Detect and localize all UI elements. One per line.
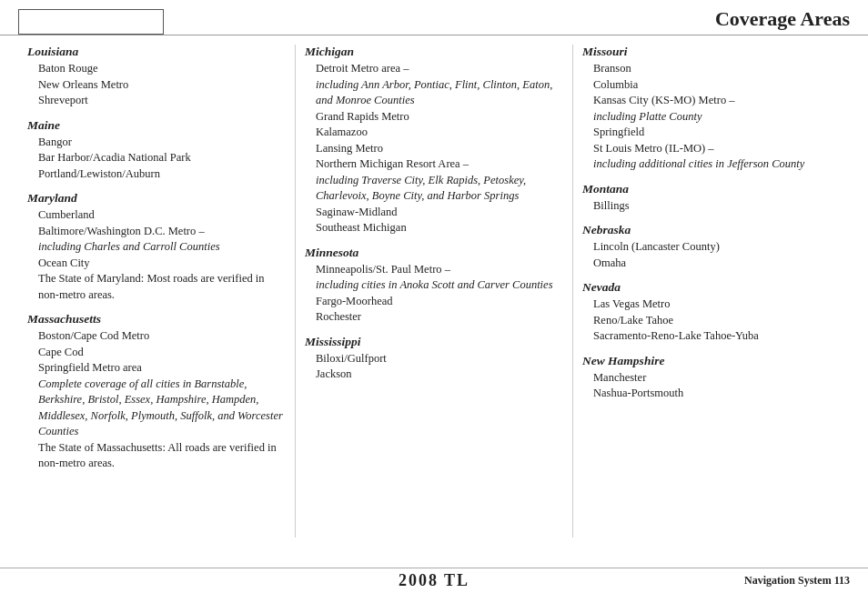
- state-heading-mississippi: Mississippi: [305, 335, 563, 349]
- list-item: including Platte County: [582, 109, 841, 126]
- list-item: including Ann Arbor, Pontiac, Flint, Cli…: [305, 77, 563, 109]
- list-item: The State of Maryland: Most roads are ve…: [27, 271, 286, 303]
- list-item: Kansas City (KS-MO) Metro –: [582, 93, 841, 109]
- list-item: Portland/Lewiston/Auburn: [27, 166, 286, 183]
- footer-center-text: 2008 TL: [399, 571, 469, 590]
- list-item: Shreveport: [27, 93, 286, 109]
- list-item: including Traverse City, Elk Rapids, Pet…: [305, 173, 563, 205]
- list-item: Grand Rapids Metro: [305, 109, 563, 126]
- list-item: Springfield: [582, 125, 841, 141]
- state-heading-new-hampshire: New Hampshire: [582, 354, 841, 368]
- list-item: Complete coverage of all cities in Barns…: [27, 377, 286, 440]
- list-item: Baltimore/Washington D.C. Metro –: [27, 224, 286, 240]
- list-item: Fargo-Moorhead: [305, 294, 563, 310]
- list-item: Billings: [582, 198, 841, 215]
- list-item: New Orleans Metro: [27, 77, 286, 94]
- list-item: Manchester: [582, 370, 841, 387]
- state-heading-nebraska: Nebraska: [582, 223, 841, 237]
- list-item: Reno/Lake Tahoe: [582, 313, 841, 329]
- list-item: including cities in Anoka Scott and Carv…: [305, 277, 563, 294]
- list-item: Baton Rouge: [27, 61, 286, 77]
- list-item: Saginaw-Midland: [305, 205, 563, 221]
- state-heading-louisiana: Louisiana: [27, 45, 286, 59]
- list-item: Omaha: [582, 256, 841, 272]
- state-heading-nevada: Nevada: [582, 280, 841, 295]
- list-item: Bar Harbor/Acadia National Park: [27, 150, 286, 166]
- column-1: LouisianaBaton RougeNew Orleans MetroShr…: [18, 45, 296, 538]
- state-heading-montana: Montana: [582, 182, 841, 196]
- list-item: Jackson: [305, 367, 563, 383]
- list-item: Biloxi/Gulfport: [305, 351, 563, 367]
- column-2: MichiganDetroit Metro area –including An…: [296, 45, 573, 538]
- list-item: Minneapolis/St. Paul Metro –: [305, 262, 563, 278]
- list-item: Columbia: [582, 77, 841, 94]
- column-3: MissouriBransonColumbiaKansas City (KS-M…: [573, 45, 850, 538]
- page-title: Coverage Areas: [715, 7, 850, 31]
- footer-page-number: Navigation System 113: [744, 574, 850, 588]
- list-item: Ocean City: [27, 256, 286, 272]
- list-item: including Charles and Carroll Counties: [27, 239, 286, 256]
- state-heading-massachusetts: Massachusetts: [27, 312, 286, 327]
- list-item: Detroit Metro area –: [305, 61, 563, 77]
- state-heading-missouri: Missouri: [582, 45, 841, 59]
- list-item: Cumberland: [27, 207, 286, 224]
- list-item: Nashua-Portsmouth: [582, 386, 841, 402]
- list-item: Springfield Metro area: [27, 360, 286, 377]
- list-item: Southeast Michigan: [305, 220, 563, 236]
- list-item: Boston/Cape Cod Metro: [27, 328, 286, 345]
- list-item: Rochester: [305, 309, 563, 326]
- search-input-box[interactable]: [18, 9, 164, 35]
- state-heading-michigan: Michigan: [305, 45, 563, 59]
- list-item: including additional cities in Jefferson…: [582, 156, 841, 173]
- list-item: Bangor: [27, 135, 286, 151]
- state-heading-maine: Maine: [27, 118, 286, 133]
- list-item: The State of Massachusetts: All roads ar…: [27, 440, 286, 472]
- footer: 2008 TL Navigation System 113: [0, 568, 868, 593]
- main-content: LouisianaBaton RougeNew Orleans MetroShr…: [0, 35, 868, 547]
- state-heading-maryland: Maryland: [27, 191, 286, 206]
- list-item: Cape Cod: [27, 345, 286, 361]
- list-item: St Louis Metro (IL-MO) –: [582, 141, 841, 157]
- list-item: Kalamazoo: [305, 125, 563, 141]
- state-heading-minnesota: Minnesota: [305, 246, 563, 260]
- list-item: Lincoln (Lancaster County): [582, 239, 841, 256]
- list-item: Las Vegas Metro: [582, 296, 841, 313]
- list-item: Sacramento-Reno-Lake Tahoe-Yuba: [582, 328, 841, 345]
- list-item: Lansing Metro: [305, 141, 563, 157]
- list-item: Northern Michigan Resort Area –: [305, 156, 563, 173]
- list-item: Branson: [582, 61, 841, 77]
